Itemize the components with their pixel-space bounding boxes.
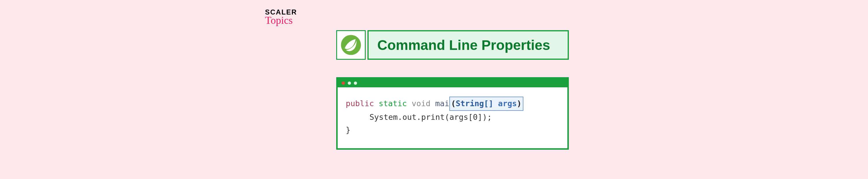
keyword-static: static: [379, 99, 407, 108]
code-line-3: }: [346, 124, 559, 137]
method-name: mai: [435, 99, 450, 108]
args-highlight: (String[] args): [450, 97, 523, 111]
paren-open: (: [451, 99, 456, 108]
window-title-bar: [338, 79, 567, 87]
code-line-1: public static void mai(String[] args): [346, 97, 559, 111]
type-string: String[]: [456, 99, 493, 108]
minimize-dot-icon: [348, 81, 351, 85]
scaler-topics-logo: SCALER Topics: [265, 9, 297, 26]
maximize-dot-icon: [354, 81, 357, 85]
spring-leaf-icon: [341, 34, 361, 55]
title-box: Command Line Properties: [368, 30, 569, 60]
paren-close: ): [517, 99, 521, 108]
code-window: public static void mai(String[] args) Sy…: [336, 77, 569, 150]
close-dot-icon: [342, 81, 345, 85]
param-args: args: [498, 99, 517, 108]
logo-line2: Topics: [265, 15, 297, 26]
page-title: Command Line Properties: [377, 37, 550, 53]
keyword-void: void: [412, 99, 431, 108]
header-row: Command Line Properties: [336, 30, 569, 60]
keyword-public: public: [346, 99, 374, 108]
code-line-2: System.out.print(args[0]);: [346, 111, 559, 124]
spring-icon-box: [336, 30, 366, 60]
code-body: public static void mai(String[] args) Sy…: [338, 87, 567, 148]
